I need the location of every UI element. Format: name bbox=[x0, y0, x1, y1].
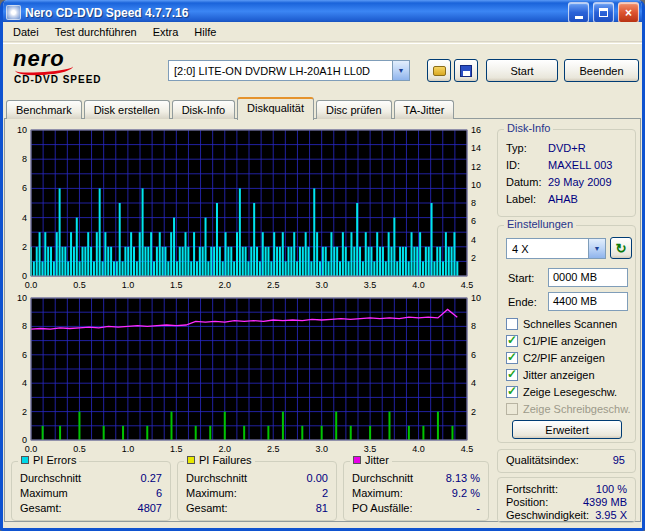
checkbox-schnelles-scannen[interactable]: Schnelles Scannen bbox=[506, 318, 617, 330]
svg-text:14: 14 bbox=[471, 143, 481, 153]
svg-text:1.0: 1.0 bbox=[122, 444, 135, 454]
svg-text:3.0: 3.0 bbox=[315, 444, 328, 454]
jitter-maximum-value: 9.2 % bbox=[452, 487, 480, 499]
window-title: Nero CD-DVD Speed 4.7.7.16 bbox=[25, 6, 564, 20]
checkbox-c1-pie-anzeigen[interactable]: C1/PIE anzeigen bbox=[506, 335, 606, 347]
checkbox-icon bbox=[506, 318, 518, 330]
pif-maximum-label: Maximum: bbox=[186, 487, 237, 499]
disk-type-value: DVD+R bbox=[548, 142, 586, 154]
maximize-button[interactable] bbox=[593, 2, 614, 23]
svg-text:1.5: 1.5 bbox=[170, 444, 183, 454]
position-value: 4399 MB bbox=[583, 496, 627, 508]
svg-text:4: 4 bbox=[22, 213, 27, 223]
save-icon bbox=[460, 65, 472, 77]
speed-select-value: 4 X bbox=[507, 243, 588, 255]
disk-id-label: ID: bbox=[506, 159, 520, 171]
svg-text:1.5: 1.5 bbox=[170, 280, 183, 290]
svg-text:6: 6 bbox=[22, 350, 27, 360]
app-icon bbox=[6, 5, 21, 20]
svg-text:8: 8 bbox=[471, 198, 476, 208]
svg-text:4.5: 4.5 bbox=[461, 444, 474, 454]
end-mb-label: Ende: bbox=[508, 296, 537, 308]
tab-bar: Benchmark Disk erstellen Disk-Info Diskq… bbox=[6, 96, 456, 119]
menu-bar: Datei Test durchführen Extra Hilfe bbox=[3, 22, 642, 42]
close-button[interactable]: × bbox=[618, 2, 639, 23]
svg-text:0.5: 0.5 bbox=[73, 444, 86, 454]
tab-diskqualitaet[interactable]: Diskqualität bbox=[237, 97, 314, 120]
progress-value: 100 % bbox=[596, 483, 627, 495]
jitter-stats-panel: Jitter Durchschnitt 8.13 % Maximum: 9.2 … bbox=[343, 461, 489, 521]
speed-select[interactable]: 4 X ▼ bbox=[506, 238, 606, 259]
checkbox-zeige-lesegeschw[interactable]: Zeige Lesegeschw. bbox=[506, 386, 617, 398]
drive-select[interactable]: [2:0] LITE-ON DVDRW LH-20A1H LL0D ▼ bbox=[168, 60, 410, 81]
checkbox-icon bbox=[506, 335, 518, 347]
menu-item-datei[interactable]: Datei bbox=[5, 23, 47, 41]
pi-failures-swatch-icon bbox=[187, 456, 195, 464]
svg-text:4.0: 4.0 bbox=[412, 280, 425, 290]
device-options-button[interactable] bbox=[427, 59, 451, 82]
svg-text:6: 6 bbox=[471, 216, 476, 226]
menu-item-test-durchfuehren[interactable]: Test durchführen bbox=[47, 23, 145, 41]
checkbox-c2-pif-anzeigen[interactable]: C2/PIF anzeigen bbox=[506, 352, 605, 364]
menu-item-hilfe[interactable]: Hilfe bbox=[186, 23, 224, 41]
quality-index-value: 95 bbox=[613, 454, 625, 466]
progress-label: Fortschritt: bbox=[506, 483, 558, 495]
svg-text:6: 6 bbox=[471, 350, 476, 360]
pif-jitter-chart: 02468102468100.00.51.01.52.02.53.03.54.0… bbox=[9, 295, 491, 457]
tab-disk-erstellen[interactable]: Disk erstellen bbox=[84, 100, 170, 119]
tab-disk-info[interactable]: Disk-Info bbox=[172, 100, 235, 119]
refresh-icon: ↻ bbox=[616, 241, 627, 256]
pie-average-label: Durchschnitt bbox=[20, 472, 81, 484]
position-label: Position: bbox=[506, 496, 548, 508]
svg-text:0.5: 0.5 bbox=[73, 280, 86, 290]
disk-info-title: Disk-Info bbox=[504, 122, 553, 134]
checkbox-icon bbox=[506, 386, 518, 398]
checkbox-icon bbox=[506, 352, 518, 364]
advanced-button[interactable]: Erweitert bbox=[512, 420, 622, 439]
close-icon: × bbox=[625, 6, 632, 20]
svg-text:0.0: 0.0 bbox=[25, 280, 38, 290]
menu-item-extra[interactable]: Extra bbox=[145, 23, 187, 41]
pie-maximum-label: Maximum bbox=[20, 487, 68, 499]
svg-text:8: 8 bbox=[471, 321, 476, 331]
svg-text:10: 10 bbox=[17, 295, 27, 303]
start-button[interactable]: Start bbox=[486, 59, 558, 82]
svg-text:2: 2 bbox=[471, 407, 476, 417]
start-mb-label: Start: bbox=[508, 272, 534, 284]
save-button[interactable] bbox=[454, 59, 478, 82]
checkbox-jitter-anzeigen[interactable]: Jitter anzeigen bbox=[506, 369, 595, 381]
svg-text:16: 16 bbox=[471, 127, 481, 135]
maximize-icon bbox=[599, 8, 608, 17]
checkbox-label: Schnelles Scannen bbox=[523, 318, 617, 330]
pie-total-label: Gesamt: bbox=[20, 502, 62, 514]
tab-benchmark[interactable]: Benchmark bbox=[6, 100, 82, 119]
tab-ta-jitter[interactable]: TA-Jitter bbox=[394, 100, 455, 119]
checkbox-zeige-schreibgeschw: Zeige Schreibgeschw. bbox=[506, 403, 631, 415]
svg-text:4.0: 4.0 bbox=[412, 444, 425, 454]
svg-text:8: 8 bbox=[22, 154, 27, 164]
refresh-button[interactable]: ↻ bbox=[610, 237, 632, 259]
pif-average-value: 0.00 bbox=[307, 472, 328, 484]
po-failures-label: PO Ausfälle: bbox=[352, 502, 413, 514]
minimize-button[interactable] bbox=[568, 2, 589, 23]
svg-text:2.0: 2.0 bbox=[219, 280, 232, 290]
jitter-maximum-label: Maximum: bbox=[352, 487, 403, 499]
checkbox-label: C2/PIF anzeigen bbox=[523, 352, 605, 364]
start-mb-field[interactable]: 0000 MB bbox=[548, 268, 628, 287]
chevron-down-icon[interactable]: ▼ bbox=[588, 239, 605, 258]
end-mb-field[interactable]: 4400 MB bbox=[548, 292, 628, 311]
quit-button[interactable]: Beenden bbox=[564, 59, 639, 82]
checkbox-label: Jitter anzeigen bbox=[523, 369, 595, 381]
svg-text:3.5: 3.5 bbox=[364, 444, 377, 454]
svg-text:2: 2 bbox=[22, 242, 27, 252]
tab-disc-pruefen[interactable]: Disc prüfen bbox=[316, 100, 392, 119]
svg-text:10: 10 bbox=[471, 180, 481, 190]
checkbox-label: Zeige Lesegeschw. bbox=[523, 386, 617, 398]
pif-maximum-value: 2 bbox=[322, 487, 328, 499]
minimize-icon bbox=[575, 16, 583, 19]
svg-text:4: 4 bbox=[471, 235, 476, 245]
pi-errors-chart-svg: 02468102468101214160.00.51.01.52.02.53.0… bbox=[9, 127, 491, 293]
svg-text:8: 8 bbox=[22, 321, 27, 331]
chevron-down-icon[interactable]: ▼ bbox=[392, 61, 409, 80]
quality-index-label: Qualitätsindex: bbox=[506, 454, 579, 466]
